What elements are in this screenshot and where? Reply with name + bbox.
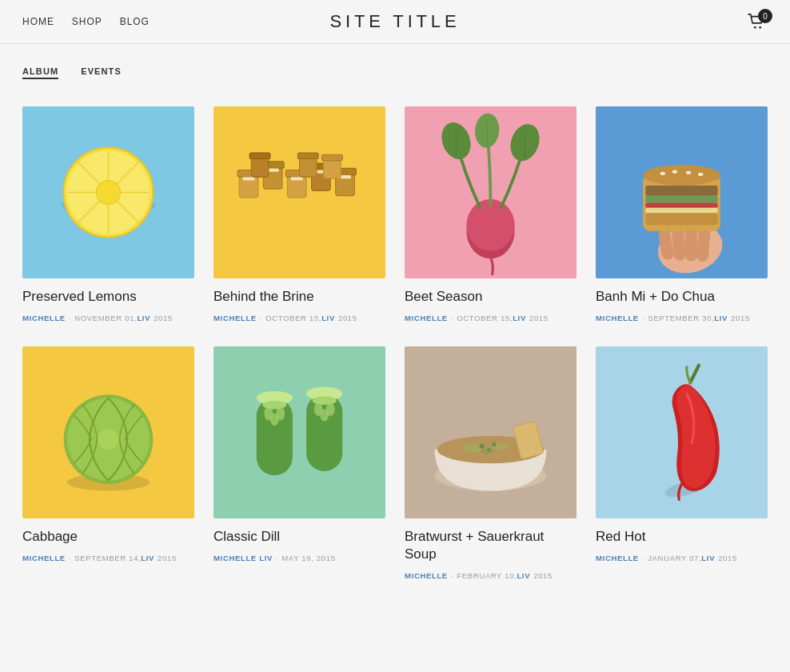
card-banh-mi[interactable]: Banh Mi + Do Chua MICHELLE · SEPTEMBER 3… (596, 106, 768, 324)
svg-rect-60 (257, 398, 293, 476)
card-behind-the-brine[interactable]: Behind the Brine MICHELLE · OCTOBER 15, … (213, 106, 385, 324)
svg-rect-72 (405, 346, 577, 518)
svg-point-59 (98, 429, 119, 450)
svg-point-65 (270, 414, 279, 426)
sub-nav-events[interactable]: EVENTS (81, 66, 122, 79)
cart-button[interactable]: 0 (747, 13, 768, 30)
card-title: Preserved Lemons (22, 288, 194, 306)
svg-rect-51 (645, 213, 717, 225)
svg-point-9 (96, 180, 120, 204)
card-meta: MICHELLE LIV · MAY 19, 2015 (213, 552, 385, 564)
svg-point-0 (754, 26, 756, 29)
svg-rect-13 (243, 177, 255, 180)
svg-point-54 (686, 171, 691, 174)
main-nav: HOME SHOP BLOG (22, 16, 150, 27)
svg-rect-26 (251, 156, 269, 177)
svg-point-53 (672, 170, 677, 174)
card-title: Behind the Brine (213, 288, 385, 306)
svg-rect-28 (300, 156, 317, 177)
cart-count: 0 (758, 9, 772, 23)
card-image-red-hot (596, 346, 768, 518)
card-classic-dill[interactable]: Classic Dill MICHELLE LIV · MAY 19, 2015 (213, 346, 385, 582)
svg-point-55 (698, 173, 703, 176)
nav-home[interactable]: HOME (22, 16, 54, 27)
card-image-bratwurst-soup (405, 346, 577, 518)
card-meta: MICHELLE · NOVEMBER 01, LIV 2015 (22, 312, 194, 324)
svg-point-46 (643, 165, 720, 186)
card-image-banh-mi (596, 106, 768, 278)
svg-rect-30 (324, 158, 341, 179)
svg-rect-47 (645, 186, 717, 196)
card-preserved-lemons[interactable]: Preserved Lemons MICHELLE · NOVEMBER 01,… (22, 106, 194, 324)
card-title: Beet Season (405, 288, 577, 306)
card-image-preserved-lemons (22, 106, 194, 278)
site-header: HOME SHOP BLOG SITE TITLE 0 (0, 0, 790, 44)
svg-point-80 (480, 444, 485, 449)
card-cabbage[interactable]: Cabbage MICHELLE · SEPTEMBER 14, LIV 201… (22, 346, 194, 582)
card-meta: MICHELLE · JANUARY 07, LIV 2015 (596, 552, 768, 564)
card-title: Bratwurst + Sauerkraut Soup (405, 528, 577, 563)
card-image-beet-season (405, 106, 577, 278)
content-grid: Preserved Lemons MICHELLE · NOVEMBER 01,… (0, 87, 790, 614)
svg-point-71 (320, 410, 329, 422)
card-red-hot[interactable]: Red Hot MICHELLE · JANUARY 07, LIV 2015 (596, 346, 768, 582)
svg-rect-49 (645, 202, 717, 207)
card-title: Classic Dill (213, 528, 385, 546)
svg-rect-31 (321, 154, 342, 161)
svg-rect-66 (306, 394, 342, 471)
svg-rect-48 (645, 196, 717, 203)
svg-rect-29 (297, 153, 318, 159)
svg-point-81 (492, 442, 496, 446)
card-meta: MICHELLE · SEPTEMBER 14, LIV 2015 (22, 552, 194, 564)
nav-shop[interactable]: SHOP (72, 16, 102, 27)
svg-rect-19 (291, 177, 303, 180)
card-image-cabbage (22, 346, 194, 518)
card-image-behind-the-brine (213, 106, 385, 278)
card-bratwurst-soup[interactable]: Bratwurst + Sauerkraut Soup MICHELLE · F… (405, 346, 577, 582)
card-meta: MICHELLE · OCTOBER 15, LIV 2015 (213, 312, 385, 324)
svg-rect-50 (645, 208, 717, 213)
card-title: Cabbage (22, 528, 194, 546)
site-title: SITE TITLE (330, 11, 461, 32)
svg-rect-27 (249, 153, 270, 159)
card-image-classic-dill (213, 346, 385, 518)
card-meta: MICHELLE · OCTOBER 15, LIV 2015 (405, 312, 577, 324)
svg-point-33 (466, 199, 514, 251)
svg-point-52 (660, 172, 665, 175)
svg-point-1 (759, 26, 761, 29)
svg-point-77 (481, 449, 494, 454)
sub-nav-album[interactable]: ALBUM (22, 66, 58, 79)
card-beet-season[interactable]: Beet Season MICHELLE · OCTOBER 15, LIV 2… (405, 106, 577, 324)
card-title: Banh Mi + Do Chua (596, 288, 768, 306)
card-meta: MICHELLE · FEBRUARY 10, LIV 2015 (405, 570, 577, 582)
nav-blog[interactable]: BLOG (120, 16, 150, 27)
card-meta: MICHELLE · SEPTEMBER 30, LIV 2015 (596, 312, 768, 324)
svg-point-82 (487, 448, 490, 451)
card-title: Red Hot (596, 528, 768, 546)
sub-navigation: ALBUM EVENTS (0, 44, 790, 87)
